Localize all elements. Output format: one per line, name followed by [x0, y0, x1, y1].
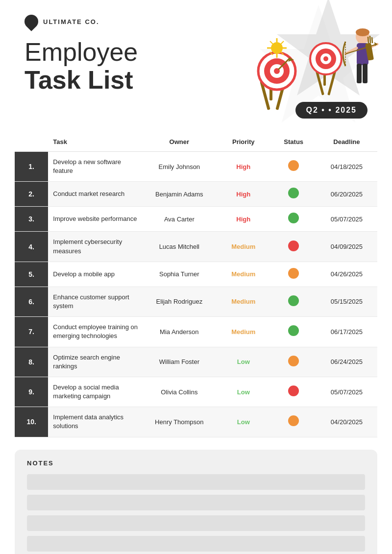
task-name: Conduct market research	[48, 182, 143, 207]
quarter-badge: Q2 • • 2025	[295, 102, 368, 119]
task-owner: Sophia Turner	[143, 262, 216, 287]
row-number: 10.	[15, 407, 48, 437]
row-number: 3.	[15, 207, 48, 232]
svg-line-25	[281, 41, 284, 44]
task-status	[271, 347, 316, 377]
task-owner: Lucas Mitchell	[143, 232, 216, 262]
task-deadline: 05/07/2025	[316, 207, 377, 232]
task-deadline: 04/18/2025	[316, 152, 377, 182]
header: ULTIMATE CO. Employee Task List	[0, 0, 392, 127]
task-priority: Low	[216, 377, 271, 407]
logo-icon	[22, 12, 41, 31]
status-dot	[288, 325, 299, 336]
task-name: Improve website performance	[48, 207, 143, 232]
svg-rect-31	[363, 64, 368, 83]
table-row: 7. Conduct employee training on emerging…	[15, 317, 377, 347]
task-priority: Low	[216, 347, 271, 377]
table-header-row: Task Owner Priority Status Deadline	[15, 132, 377, 152]
task-name: Implement data analytics solutions	[48, 407, 143, 437]
status-dot	[288, 295, 299, 306]
page: ULTIMATE CO. Employee Task List	[0, 0, 392, 554]
status-dot	[288, 268, 299, 279]
year-label: 2025	[335, 106, 357, 114]
status-dot	[288, 160, 299, 171]
task-priority: High	[216, 182, 271, 207]
task-name: Implement cybersecurity measures	[48, 232, 143, 262]
task-status	[271, 287, 316, 316]
task-owner: Mia Anderson	[143, 317, 216, 347]
task-deadline: 06/20/2025	[316, 182, 377, 207]
task-deadline: 04/09/2025	[316, 232, 377, 262]
row-number: 5.	[15, 262, 48, 287]
table-container: Task Owner Priority Status Deadline 1. D…	[0, 132, 392, 437]
svg-rect-30	[357, 64, 362, 83]
col-deadline: Deadline	[316, 132, 377, 152]
task-owner: Emily Johnson	[143, 152, 216, 182]
table-row: 6. Enhance customer support system Elija…	[15, 287, 377, 316]
table-row: 1. Develop a new software feature Emily …	[15, 152, 377, 182]
task-deadline: 04/26/2025	[316, 262, 377, 287]
notes-title: NOTES	[27, 459, 365, 467]
row-number: 1.	[15, 152, 48, 182]
row-number: 9.	[15, 377, 48, 407]
task-priority: Low	[216, 407, 271, 437]
task-status	[271, 262, 316, 287]
status-dot	[288, 241, 299, 251]
task-deadline: 04/20/2025	[316, 407, 377, 437]
task-priority: Medium	[216, 262, 271, 287]
table-row: 8. Optimize search engine rankings Willi…	[15, 347, 377, 377]
row-number: 4.	[15, 232, 48, 262]
quarter-label: Q2	[306, 106, 318, 114]
task-owner: Ava Carter	[143, 207, 216, 232]
notes-line-4	[27, 536, 365, 552]
task-status	[271, 152, 316, 182]
task-priority: High	[216, 207, 271, 232]
quarter-separator: •	[321, 106, 325, 114]
row-number: 7.	[15, 317, 48, 347]
table-row: 3. Improve website performance Ava Carte…	[15, 207, 377, 232]
row-number: 8.	[15, 347, 48, 377]
col-task: Task	[48, 132, 143, 152]
task-status	[271, 232, 316, 262]
status-dot	[288, 415, 299, 426]
task-deadline: 05/15/2025	[316, 287, 377, 316]
table-row: 2. Conduct market research Benjamin Adam…	[15, 182, 377, 207]
task-priority: Medium	[216, 232, 271, 262]
notes-section: NOTES	[15, 450, 377, 554]
table-row: 10. Implement data analytics solutions H…	[15, 407, 377, 437]
notes-line-1	[27, 474, 365, 490]
status-dot	[288, 385, 299, 396]
svg-point-17	[323, 56, 328, 61]
col-num	[15, 132, 48, 152]
task-owner: Henry Thompson	[143, 407, 216, 437]
svg-line-38	[368, 37, 368, 43]
svg-line-23	[270, 41, 273, 44]
task-deadline: 05/07/2025	[316, 377, 377, 407]
row-number: 6.	[15, 287, 48, 316]
col-priority: Priority	[216, 132, 271, 152]
task-status	[271, 377, 316, 407]
svg-point-28	[356, 28, 369, 36]
task-owner: Benjamin Adams	[143, 182, 216, 207]
task-priority: Medium	[216, 287, 271, 316]
notes-line-2	[27, 495, 365, 510]
task-name: Develop a social media marketing campaig…	[48, 377, 143, 407]
svg-line-40	[372, 37, 372, 43]
svg-line-39	[370, 36, 370, 43]
task-owner: Elijah Rodriguez	[143, 287, 216, 316]
col-status: Status	[271, 132, 316, 152]
task-name: Optimize search engine rankings	[48, 347, 143, 377]
task-priority: High	[216, 152, 271, 182]
company-name: ULTIMATE CO.	[43, 18, 99, 25]
notes-line-3	[27, 515, 365, 531]
status-dot	[288, 188, 299, 198]
task-owner: William Foster	[143, 347, 216, 377]
task-status	[271, 207, 316, 232]
task-status	[271, 182, 316, 207]
task-status	[271, 407, 316, 437]
task-owner: Olivia Collins	[143, 377, 216, 407]
table-body: 1. Develop a new software feature Emily …	[15, 152, 377, 437]
table-row: 9. Develop a social media marketing camp…	[15, 377, 377, 407]
task-name: Develop a mobile app	[48, 262, 143, 287]
task-priority: Medium	[216, 317, 271, 347]
